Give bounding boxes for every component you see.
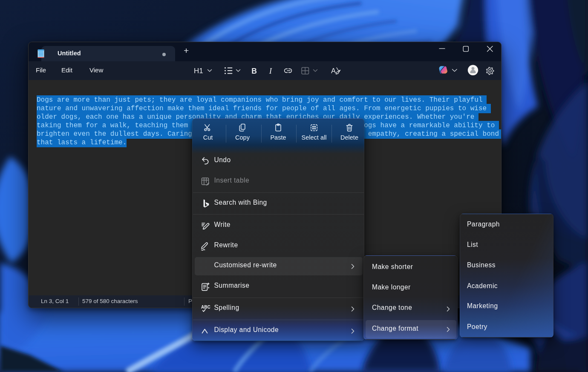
svg-text:I: I <box>269 66 273 75</box>
svg-text:A: A <box>331 67 336 74</box>
svg-text:H1: H1 <box>194 67 203 75</box>
svg-text:ABC: ABC <box>201 304 210 309</box>
svg-text:B: B <box>251 66 257 75</box>
